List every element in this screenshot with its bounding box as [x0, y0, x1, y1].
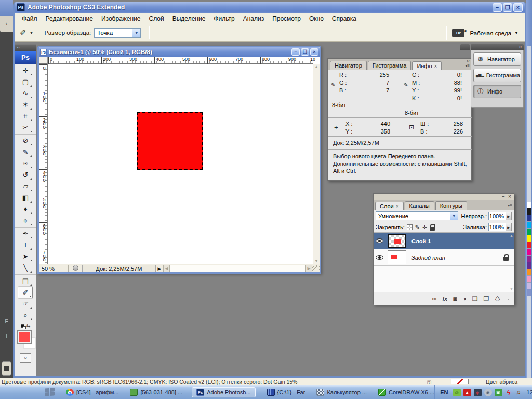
- tab-channels[interactable]: Каналы: [405, 201, 434, 210]
- spin-arrow-icon[interactable]: ▶: [506, 212, 512, 220]
- tab-info[interactable]: Инфо×: [412, 61, 442, 70]
- scroll-up-icon[interactable]: ▲: [510, 234, 513, 237]
- menu-select[interactable]: Выделение: [168, 14, 210, 23]
- quick-mask-button[interactable]: ○: [20, 353, 31, 363]
- tab-close-icon[interactable]: ×: [434, 63, 437, 69]
- messenger-smiley-icon[interactable]: ☺: [453, 389, 461, 396]
- menu-window[interactable]: Окно: [305, 14, 328, 23]
- menu-layer[interactable]: Слой: [145, 14, 168, 23]
- spin-arrow-icon[interactable]: ▶: [506, 223, 512, 231]
- taskbar-item-coreldraw[interactable]: CorelDRAW X6 ...: [378, 389, 434, 396]
- dock-button-navigator[interactable]: ☸ Навигатор: [473, 52, 521, 66]
- blur-tool-icon[interactable]: ♦: [18, 204, 33, 215]
- workspace-label[interactable]: Рабочая среда: [470, 30, 511, 36]
- dock-button-info[interactable]: ⓘ Инфо: [473, 85, 521, 98]
- adjustment-layer-icon[interactable]: ◑: [462, 295, 466, 303]
- clone-stamp-tool-icon[interactable]: ⍟: [18, 158, 33, 169]
- dock-header-collapse-icon[interactable]: ‹‹: [471, 44, 524, 50]
- panel-menu-icon[interactable]: ▾≡: [508, 203, 512, 208]
- close-button[interactable]: ×: [513, 3, 523, 12]
- tab-histogram[interactable]: Гистограмма: [368, 61, 411, 70]
- menu-image[interactable]: Изображение: [97, 14, 145, 23]
- history-brush-tool-icon[interactable]: ↺: [18, 169, 33, 181]
- burn-tool-icon[interactable]: ⌽: [18, 215, 33, 227]
- audio-service-icon[interactable]: ♬: [515, 389, 523, 396]
- scroll-left-icon[interactable]: ◀: [163, 265, 170, 272]
- tab-layers[interactable]: Слои×: [375, 202, 404, 210]
- menu-edit[interactable]: Редактирование: [42, 14, 97, 23]
- brush-tool-icon[interactable]: ✎: [18, 147, 33, 158]
- panel-close-icon[interactable]: ×: [507, 194, 513, 200]
- layer-row-layer1[interactable]: Слой 1: [374, 233, 514, 249]
- opacity-control[interactable]: 100% ▶: [488, 212, 512, 220]
- sample-size-select[interactable]: Точка ▼: [94, 28, 141, 38]
- usb-device-icon[interactable]: ▣: [495, 389, 502, 396]
- status-menu-arrow-icon[interactable]: ▶: [156, 266, 163, 271]
- eye-icon[interactable]: [376, 238, 383, 243]
- menu-help[interactable]: Справка: [328, 14, 361, 23]
- minimize-button[interactable]: −: [493, 3, 502, 12]
- taskbar-item-chrome[interactable]: [CS4] - арифм...: [66, 389, 118, 396]
- network-monitor-icon[interactable]: ψ: [474, 389, 482, 396]
- lock-paint-icon[interactable]: ✎: [415, 224, 420, 230]
- pen-tool-icon[interactable]: ✒: [18, 228, 33, 240]
- zoom-level-field[interactable]: 50 %: [39, 265, 68, 272]
- rectangular-marquee-tool-icon[interactable]: ▢: [18, 76, 33, 88]
- magic-wand-tool-icon[interactable]: ✶: [18, 99, 33, 111]
- lock-all-icon[interactable]: [430, 227, 435, 231]
- bridge-icon[interactable]: Br ⌕: [452, 29, 464, 37]
- lasso-tool-icon[interactable]: ∿: [18, 88, 33, 99]
- blend-mode-select[interactable]: Умножение ▼: [376, 211, 458, 220]
- notes-tool-icon[interactable]: ▤: [18, 275, 33, 287]
- tab-navigator[interactable]: Навигатор: [330, 61, 367, 70]
- menu-view[interactable]: Просмотр: [268, 14, 305, 23]
- foreground-color-swatch[interactable]: [18, 331, 31, 343]
- scroll-down-icon[interactable]: ▼: [313, 259, 320, 263]
- panel-minimize-icon[interactable]: −: [500, 194, 507, 200]
- delete-layer-icon[interactable]: ♺: [495, 295, 500, 303]
- volume-icon[interactable]: ◉: [484, 389, 492, 396]
- line-tool-icon[interactable]: ╲: [18, 262, 33, 274]
- link-layers-icon[interactable]: ∞: [432, 295, 437, 303]
- fill-control[interactable]: 100% ▶: [488, 223, 512, 231]
- eraser-tool-icon[interactable]: ▱: [18, 181, 33, 192]
- doc-maximize-button[interactable]: ❐: [301, 48, 309, 56]
- lock-position-icon[interactable]: ✛: [422, 224, 427, 230]
- doc-minimize-button[interactable]: −: [291, 48, 300, 56]
- new-layer-icon[interactable]: ❐: [483, 295, 489, 303]
- document-titlebar[interactable]: Ps Безимени-1 @ 50% (Слой 1, RGB/8) − ❐ …: [39, 47, 320, 57]
- layer-style-icon[interactable]: fx: [442, 295, 447, 303]
- new-group-icon[interactable]: ❏: [472, 295, 478, 303]
- windows-logo-icon[interactable]: [45, 388, 55, 396]
- layer-thumbnail[interactable]: [388, 250, 406, 264]
- selection-marching-ants[interactable]: [137, 112, 203, 170]
- taskbar-item-calculator[interactable]: Калькулятор ...: [316, 389, 367, 396]
- eye-icon[interactable]: [376, 255, 383, 260]
- hand-tool-icon[interactable]: ☞: [18, 298, 33, 310]
- slice-tool-icon[interactable]: ✂: [18, 122, 33, 134]
- layer-name[interactable]: Слой 1: [411, 238, 514, 244]
- combo-arrow-icon[interactable]: ▼: [450, 212, 458, 220]
- workspace-dropdown-icon[interactable]: ▼: [514, 31, 518, 35]
- resize-grip[interactable]: [312, 265, 320, 272]
- fill-value[interactable]: 100%: [488, 223, 506, 231]
- dock-header[interactable]: [460, 44, 470, 50]
- panel-collapse-icon[interactable]: ››: [465, 59, 470, 63]
- canvas[interactable]: [48, 64, 313, 264]
- menu-file[interactable]: Файл: [18, 14, 42, 23]
- horizontal-scrollbar[interactable]: [170, 265, 305, 272]
- scroll-down-icon[interactable]: ▼: [510, 287, 513, 291]
- titlebar[interactable]: Ps Adobe Photoshop CS3 Extended − ❐ ×: [15, 2, 525, 13]
- tab-paths[interactable]: Контуры: [435, 201, 467, 210]
- crop-tool-icon[interactable]: ⌗: [18, 111, 33, 122]
- adobe-updater-icon[interactable]: ▲: [463, 389, 471, 396]
- tool-preset[interactable]: ✐ ▼: [20, 28, 34, 37]
- zoom-tool-icon[interactable]: ⌕: [18, 310, 33, 321]
- gradient-tool-icon[interactable]: ◧: [18, 192, 33, 204]
- lock-transparency-icon[interactable]: [407, 224, 413, 230]
- default-colors-control[interactable]: ⇆: [15, 322, 36, 330]
- layer-mask-icon[interactable]: ◙: [453, 295, 457, 303]
- palette-collapse-icon[interactable]: ››: [15, 45, 36, 51]
- vertical-scrollbar[interactable]: ▲ ▼: [313, 64, 320, 264]
- dock-button-histogram[interactable]: ▄▆▂ Гистограмма: [473, 69, 521, 82]
